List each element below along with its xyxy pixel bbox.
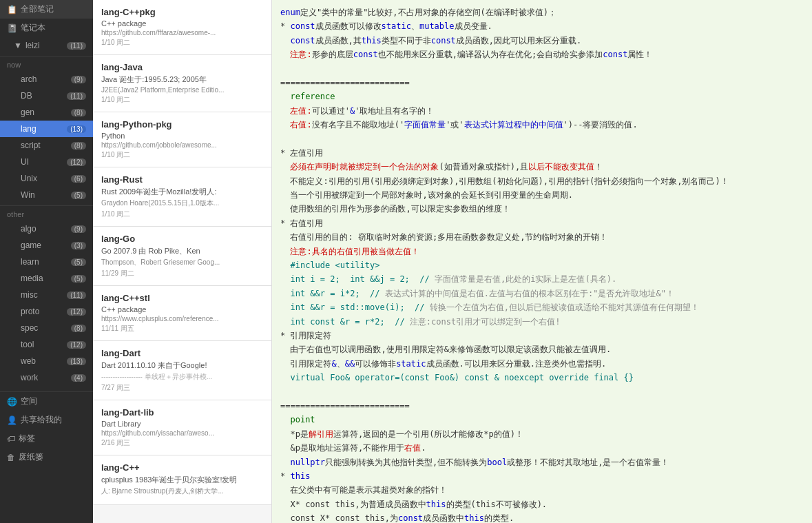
note-subtitle: Dart Library — [101, 420, 263, 428]
note-url: 人: Bjarne Stroustrup(丹麦人,剑桥大学... — [101, 486, 263, 496]
sidebar-game[interactable]: game (3) — [0, 237, 93, 254]
note-subtitle: Go 2007.9 由 Rob Pike、Ken — [101, 246, 263, 256]
tags-icon: 🏷 — [7, 434, 15, 444]
script-badge: (8) — [71, 142, 86, 150]
lang-badge: (13) — [67, 125, 86, 133]
sidebar-gen[interactable]: gen (8) — [0, 104, 93, 121]
sidebar-share[interactable]: 👤 共享给我的 — [0, 411, 93, 429]
note-item-python-pkg[interactable]: lang-Python-pkg Python https://github.co… — [93, 112, 271, 167]
note-url: https://github.com/fffaraz/awesome-... — [101, 29, 263, 37]
note-meta: 2/16 周三 — [101, 438, 263, 448]
note-title: lang-Go — [101, 234, 263, 244]
note-title: lang-Dart-lib — [101, 407, 263, 418]
trash-icon: 🗑 — [7, 453, 15, 462]
note-meta: 1/10 周二 — [101, 95, 263, 105]
db-badge: (11) — [67, 92, 86, 100]
leizi-badge: (11) — [67, 42, 86, 50]
content-body: enum定义"类中的常量"比较好,不占用对象的存储空间(在编译时被求值)； * … — [280, 6, 804, 523]
note-url: J2EE(Java2 Platform,Enterprise Editio... — [101, 86, 263, 94]
unix-badge: (6) — [71, 175, 86, 183]
note-subtitle: cplusplus 1983年诞生于贝尔实验室!发明 — [101, 475, 263, 485]
other-section: other — [0, 205, 93, 221]
sidebar-ui[interactable]: UI (12) — [0, 154, 93, 170]
note-item-cpp-pkg[interactable]: lang-C++pkg C++ package https://github.c… — [93, 0, 271, 55]
note-url: Graydon Hoare(2015.5.15日,1.0版本... — [101, 198, 263, 208]
note-url: https://www.cplusplus.com/reference... — [101, 315, 263, 322]
note-subtitle: Rust 2009年诞生于Mozilla!发明人: — [101, 187, 263, 197]
note-title: lang-C++stl — [101, 293, 263, 303]
note-meta: 1/10 周二 — [101, 150, 263, 160]
sidebar-spec[interactable]: spec (8) — [0, 320, 93, 336]
note-title: lang-Rust — [101, 174, 263, 185]
note-item-dart-lib[interactable]: lang-Dart-lib Dart Library https://githu… — [93, 400, 271, 455]
note-subtitle: C++ package — [101, 305, 263, 314]
note-url: Thompson、Robert Griesemer Goog... — [101, 258, 263, 267]
sidebar-tool[interactable]: tool (12) — [0, 336, 93, 353]
note-url: https://github.com/jobbole/awesome... — [101, 141, 263, 149]
win-badge: (5) — [71, 192, 86, 199]
note-item-java[interactable]: lang-Java Java 诞生于:1995.5.23; 2005年 J2EE… — [93, 55, 271, 112]
note-item-dart[interactable]: lang-Dart Dart 2011.10.10 来自于Google! ---… — [93, 341, 271, 400]
note-title: lang-Python-pkg — [101, 119, 263, 130]
sidebar-tags[interactable]: 🏷 标签 — [0, 429, 93, 448]
all-notes-icon: 📋 — [7, 5, 17, 14]
sidebar-all-notes[interactable]: 📋 全部笔记 — [0, 0, 93, 19]
notebook-icon: 📓 — [7, 23, 17, 33]
sidebar-notebook[interactable]: 📓 笔记本 — [0, 19, 93, 37]
space-icon: 🌐 — [7, 397, 17, 407]
sidebar-lang[interactable]: lang (13) — [0, 121, 93, 137]
note-meta: 7/27 周三 — [101, 383, 263, 393]
note-subtitle: Java 诞生于:1995.5.23; 2005年 — [101, 74, 263, 85]
sidebar-web[interactable]: web (13) — [0, 353, 93, 369]
note-meta: 1/10 周二 — [101, 38, 263, 48]
sidebar-db[interactable]: DB (11) — [0, 88, 93, 104]
sidebar-media[interactable]: media (5) — [0, 270, 93, 287]
note-subtitle: Dart 2011.10.10 来自于Google! — [101, 360, 263, 371]
note-subtitle: Python — [101, 132, 263, 140]
note-url: https://github.com/yissachar/aweso... — [101, 429, 263, 437]
sidebar-leizi[interactable]: ▼ leizi (11) — [0, 37, 93, 54]
note-subtitle: C++ package — [101, 19, 263, 28]
sidebar-arch[interactable]: arch (9) — [0, 71, 93, 88]
note-item-cpp-stl[interactable]: lang-C++stl C++ package https://www.cplu… — [93, 286, 271, 341]
leizi-icon: ▼ — [14, 41, 22, 50]
note-meta: 11/11 周五 — [101, 324, 263, 334]
note-title: lang-Dart — [101, 348, 263, 358]
note-title: lang-C++ — [101, 462, 263, 473]
arch-badge: (9) — [71, 76, 86, 83]
main-content[interactable]: enum定义"类中的常量"比较好,不占用对象的存储空间(在编译时被求值)； * … — [272, 0, 812, 523]
note-item-go[interactable]: lang-Go Go 2007.9 由 Rob Pike、Ken Thompso… — [93, 227, 271, 286]
sidebar-trash[interactable]: 🗑 废纸篓 — [0, 448, 93, 466]
sidebar-misc[interactable]: misc (11) — [0, 287, 93, 303]
note-item-rust[interactable]: lang-Rust Rust 2009年诞生于Mozilla!发明人: Gray… — [93, 167, 271, 227]
note-meta: 1/10 周二 — [101, 209, 263, 219]
sidebar-learn[interactable]: learn (5) — [0, 254, 93, 270]
note-title: lang-C++pkg — [101, 7, 263, 17]
note-item-cpp[interactable]: lang-C++ cplusplus 1983年诞生于贝尔实验室!发明 人: B… — [93, 455, 271, 505]
sidebar-algo[interactable]: algo (9) — [0, 221, 93, 237]
note-meta: 11/29 周二 — [101, 269, 263, 278]
sidebar-proto[interactable]: proto (12) — [0, 303, 93, 320]
sidebar-win[interactable]: Win (5) — [0, 187, 93, 203]
notes-list: lang-C++pkg C++ package https://github.c… — [93, 0, 272, 523]
note-divider: ------------------ 单线程＋异步事件模... — [101, 372, 263, 382]
note-title: lang-Java — [101, 62, 263, 72]
sidebar-unix[interactable]: Unix (6) — [0, 170, 93, 187]
ui-badge: (12) — [67, 158, 86, 166]
gen-badge: (8) — [71, 109, 86, 116]
sidebar: 📋 全部笔记 📓 笔记本 ▼ leizi (11) now arch (9) D… — [0, 0, 93, 523]
share-icon: 👤 — [7, 416, 17, 425]
now-section: now — [0, 56, 93, 71]
sidebar-work[interactable]: work (4) — [0, 369, 93, 386]
sidebar-space[interactable]: 🌐 空间 — [0, 392, 93, 411]
sidebar-script[interactable]: script (8) — [0, 137, 93, 154]
